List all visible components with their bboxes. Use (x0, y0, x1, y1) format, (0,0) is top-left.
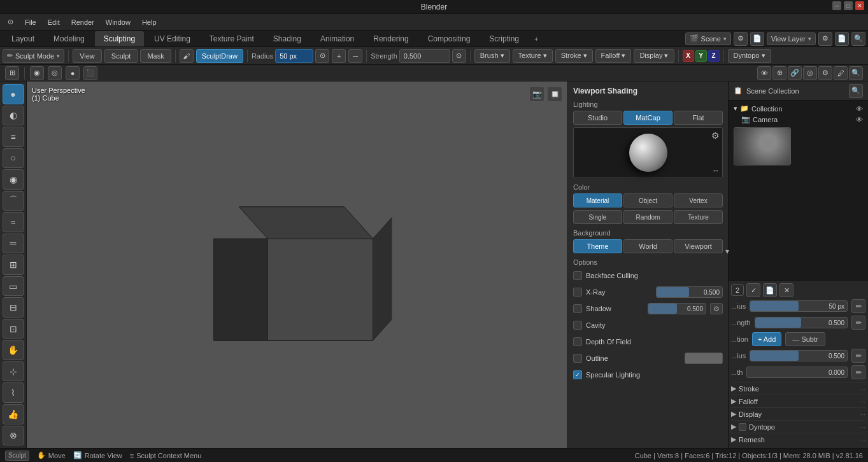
tab-animation[interactable]: Animation (311, 31, 363, 46)
viewport-perspective-btn[interactable]: 🔲 (547, 87, 562, 102)
viewport-type-btn[interactable]: ⊞ (5, 66, 19, 80)
specular-lighting-checkbox[interactable] (573, 370, 582, 379)
minimize-button[interactable]: ─ (832, 1, 841, 10)
tab-shading[interactable]: Shading (264, 31, 310, 46)
display-dropdown[interactable]: Display ▾ (634, 49, 674, 63)
props-check-btn[interactable]: ✓ (746, 283, 760, 297)
viewport[interactable]: User Perspective (1) Cube 📷 (27, 81, 567, 448)
scene-new-button[interactable]: 📄 (750, 32, 764, 46)
tool-clay-strips[interactable]: ≡ (3, 127, 24, 147)
x-axis-button[interactable]: X (683, 50, 694, 62)
cavity-checkbox[interactable] (573, 321, 582, 330)
tab-uv-editing[interactable]: UV Editing (145, 31, 199, 46)
tool-crease[interactable]: ⌒ (3, 191, 24, 211)
tool-snake-hook[interactable]: ⌇ (3, 382, 24, 403)
menu-file[interactable]: File (20, 17, 41, 27)
tool-pose[interactable]: ⊗ (3, 426, 24, 446)
lighting-matcap-btn[interactable]: MatCap (623, 111, 672, 125)
brush-strength-slider[interactable]: 0.500 (755, 317, 848, 328)
falloff-dropdown[interactable]: Falloff ▾ (595, 49, 632, 63)
tool-thumb[interactable]: 👍 (3, 404, 24, 424)
tool-multiplane-scrape[interactable]: ⊟ (3, 297, 24, 318)
tool-fill[interactable]: ⊞ (3, 255, 24, 275)
viewport-snap-btn[interactable]: 🔗 (788, 66, 802, 80)
radius-sub-btn[interactable]: ─ (348, 49, 362, 63)
menu-render[interactable]: Render (66, 17, 99, 27)
outline-checkbox[interactable] (573, 354, 582, 363)
outline-color-picker[interactable] (685, 353, 723, 364)
tab-layout[interactable]: Layout (3, 31, 43, 46)
shadow-settings-btn[interactable]: ⚙ (710, 303, 723, 314)
tool-grab[interactable]: ✋ (3, 340, 24, 360)
tab-modeling[interactable]: Modeling (45, 31, 94, 46)
brush-name[interactable]: SculptDraw (196, 49, 243, 63)
falloff-section-header[interactable]: ▶ Falloff ··· (731, 395, 865, 407)
menu-help[interactable]: Help (137, 17, 162, 27)
viewport-gizmo-btn[interactable]: ⊕ (772, 66, 786, 80)
props-num-btn[interactable]: 2 (731, 284, 744, 296)
background-theme-btn[interactable]: Theme (573, 239, 622, 253)
tool-sculpt-draw[interactable]: ● (3, 84, 24, 104)
maximize-button[interactable]: □ (844, 1, 853, 10)
dyntopo-dropdown[interactable]: Dyntopo ▾ (728, 49, 771, 63)
collection-item[interactable]: ▾ 📁 Collection 👁 (731, 103, 865, 114)
view-layer-new-button[interactable]: 📄 (835, 32, 849, 46)
viewport-options-btn[interactable]: ⚙ (818, 66, 832, 80)
props-copy-btn[interactable]: 📄 (763, 283, 777, 297)
strength-input[interactable]: 0.500 (399, 49, 450, 63)
viewport-shading-3[interactable]: ● (66, 66, 80, 80)
viewport-active-tool-btn[interactable]: 🖊 (834, 66, 848, 80)
mode-selector[interactable]: ✏ Sculpt Mode ▾ (3, 49, 64, 63)
view-layer-settings-button[interactable]: ⚙ (818, 32, 832, 46)
background-world-btn[interactable]: World (623, 239, 672, 253)
brush-smooth-radius-slider[interactable]: 0.500 (750, 350, 848, 361)
radius-input[interactable]: 50 px (275, 49, 313, 63)
z-axis-button[interactable]: Z (708, 50, 720, 62)
matcap-expand-icon[interactable]: ↔ (712, 166, 720, 175)
search-button[interactable]: 🔍 (851, 32, 865, 46)
brush-dropdown[interactable]: Brush ▾ (474, 49, 510, 63)
tab-compositing[interactable]: Compositing (419, 31, 480, 46)
brush-radius-edit-btn[interactable]: ✏ (851, 299, 865, 313)
background-viewport-btn[interactable]: Viewport (674, 239, 723, 253)
viewport-prop-edit-btn[interactable]: ◎ (803, 66, 817, 80)
tool-flatten[interactable]: ═ (3, 234, 24, 254)
xray-slider[interactable]: 0.500 (656, 286, 723, 298)
lighting-studio-btn[interactable]: Studio (573, 111, 622, 125)
color-material-btn[interactable]: Material (573, 193, 622, 207)
collection-visibility-icon[interactable]: 👁 (856, 105, 863, 113)
viewport-shading-4[interactable]: ⬛ (83, 66, 97, 80)
y-axis-button[interactable]: Y (695, 50, 707, 62)
brush-icon-btn[interactable]: 🖌 (180, 49, 194, 63)
color-vertex-btn[interactable]: Vertex (674, 193, 723, 207)
mask-button[interactable]: Mask (140, 49, 171, 63)
color-random-btn[interactable]: Random (623, 210, 672, 224)
menu-edit[interactable]: Edit (43, 17, 65, 27)
outliner-camera[interactable]: 📷 Camera 👁 (731, 114, 865, 125)
dyntopo-section-header[interactable]: ▶ Dyntopo ··· (731, 420, 865, 433)
viewport-camera-btn[interactable]: 📷 (529, 87, 544, 102)
outliner-filter-btn[interactable]: 🔍 (849, 84, 863, 98)
tool-smooth[interactable]: ≈ (3, 212, 24, 232)
texture-dropdown[interactable]: Texture ▾ (513, 49, 553, 63)
shadow-slider[interactable]: 0.500 (648, 303, 707, 314)
tool-scrape[interactable]: ▭ (3, 276, 24, 297)
view-button[interactable]: View (73, 49, 102, 63)
camera-visibility-icon[interactable]: 👁 (856, 116, 863, 123)
color-object-btn[interactable]: Object (623, 193, 672, 207)
add-workspace-button[interactable]: + (529, 34, 543, 44)
scene-selector[interactable]: 🎬 Scene ▾ (685, 32, 731, 45)
matcap-settings-icon[interactable]: ⚙ (711, 130, 720, 141)
display-section-header[interactable]: ▶ Display ··· (731, 407, 865, 420)
viewport-shading-2[interactable]: ◎ (48, 66, 62, 80)
tab-sculpting[interactable]: Sculpting (95, 31, 144, 46)
viewport-overlay-btn[interactable]: 👁 (757, 66, 771, 80)
tab-rendering[interactable]: Rendering (364, 31, 417, 46)
props-close-btn[interactable]: ✕ (779, 283, 793, 297)
tool-pinch[interactable]: ⊡ (3, 319, 24, 339)
menu-window[interactable]: Window (101, 17, 136, 27)
view-layer-selector[interactable]: View Layer ▾ (767, 32, 816, 45)
backface-culling-checkbox[interactable] (573, 271, 582, 280)
tab-scripting[interactable]: Scripting (480, 31, 528, 46)
dyntopo-checkbox[interactable] (739, 423, 746, 431)
